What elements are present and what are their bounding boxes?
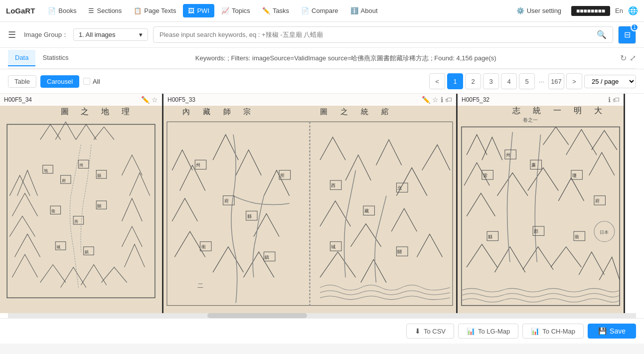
carousel-area: H00F5_34 ✏️ ☆ 理 地 之 圖 [0,94,644,318]
topics-icon: 📈 [221,7,229,14]
brand-logo: LoGaRT [6,6,35,15]
nav-tasks-label: Tasks [273,7,289,14]
svg-text:城: 城 [56,245,60,249]
svg-text:地: 地 [101,107,109,116]
filter-button[interactable]: ⊟ 1 [618,26,636,44]
to-csv-button[interactable]: ⬇ To CSV [406,324,454,339]
csv-icon: ⬇ [415,327,421,335]
content-header: Data Statistics Keywords: ; Filters: ima… [0,48,644,69]
compare-icon: 📄 [301,7,309,14]
svg-text:圖: 圖 [320,107,327,116]
info-icon-2[interactable]: ℹ [441,96,443,104]
to-lgmap-button[interactable]: 📊 To LG-Map [458,324,518,339]
edit-icon-2[interactable]: ✏️ [422,96,430,104]
svg-text:宗: 宗 [243,107,251,116]
about-icon: ℹ️ [350,7,358,14]
svg-text:衛: 衛 [201,244,206,249]
last-page-button[interactable]: 167 [548,73,564,89]
sidebar-toggle-icon[interactable]: ☰ [8,29,16,40]
nav-pwi[interactable]: 🖼 PWI [183,4,214,17]
svg-text:圖: 圖 [61,107,69,116]
footer: ⬇ To CSV 📊 To LG-Map 📊 To CH-Map 💾 Save [0,318,644,344]
image-actions-3: ℹ 🏷 [608,96,620,104]
checkbox-icon [83,78,90,85]
image-group-label: Image Group： [24,30,68,39]
tag-icon-2[interactable]: 🏷 [445,96,452,104]
svg-text:雷: 雷 [483,173,487,178]
carousel-view-button[interactable]: Carousel [40,75,79,88]
svg-text:鎮: 鎮 [85,250,89,254]
all-label: All [93,78,100,85]
svg-text:關: 關 [398,249,402,254]
select-all-checkbox[interactable]: All [83,78,100,85]
svg-text:統: 統 [533,106,541,115]
svg-text:州: 州 [506,153,510,158]
svg-text:關: 關 [97,204,101,208]
image-display-3: 大 明 一 統 志 卷之一 [458,94,624,313]
next-page-button[interactable]: > [566,73,582,89]
svg-text:理: 理 [122,107,130,116]
search-icon[interactable]: 🔍 [597,30,607,39]
nav-books[interactable]: 📄 Books [43,4,81,17]
nav-about[interactable]: ℹ️ About [345,4,383,17]
chmap-icon: 📊 [531,327,539,335]
page-size-select[interactable]: 25 / page 50 / page 100 / page [584,75,636,88]
scroll-thumb[interactable] [207,313,307,318]
svg-text:綰: 綰 [381,107,389,116]
tasks-icon: ✏️ [262,7,270,14]
sections-icon: ☰ [88,7,94,14]
page-4-button[interactable]: 4 [501,73,517,89]
tab-statistics[interactable]: Statistics [35,50,75,66]
refresh-icon[interactable]: ↻ [620,53,627,63]
tab-data[interactable]: Data [8,50,35,66]
svg-text:衛: 衛 [51,209,55,213]
tag-icon-3[interactable]: 🏷 [613,96,620,104]
svg-text:西: 西 [331,183,335,188]
svg-rect-0 [0,94,162,313]
svg-text:府: 府 [595,198,600,203]
nav-sections-label: Sections [97,7,122,14]
nav-page-texts[interactable]: 📋 Page Texts [129,4,181,17]
settings-icon: ⚙️ [516,7,524,14]
table-view-button[interactable]: Table [8,75,36,88]
nav-compare[interactable]: 📄 Compare [296,4,343,17]
nav-topics[interactable]: 📈 Topics [216,4,255,17]
info-icon-3[interactable]: ℹ [608,96,611,104]
save-icon: 💾 [598,327,607,335]
nav-page-texts-label: Page Texts [144,7,176,14]
svg-text:藏: 藏 [203,107,210,116]
svg-text:師: 師 [223,107,231,116]
edit-icon-1[interactable]: ✏️ [141,96,150,104]
nav-sections[interactable]: ☰ Sections [83,4,127,17]
carousel-scrollbar[interactable] [8,313,636,318]
filter-icon: ⊟ [624,30,631,39]
dropdown-arrow-icon: ▾ [139,31,143,38]
user-box: ■■■■■■■■ [571,6,610,16]
search-input[interactable] [160,31,593,38]
nav-user-setting[interactable]: ⚙️ User setting [511,4,566,17]
image-id-3: H00F5_32 [462,96,489,103]
image-group-select[interactable]: 1. All images ▾ [73,28,148,41]
pagination-ellipsis: ··· [537,78,546,85]
nav-right: ⚙️ User setting ■■■■■■■■ En 🌐 [511,4,638,17]
star-icon-2[interactable]: ☆ [432,96,439,104]
to-chmap-button[interactable]: 📊 To CH-Map [522,324,584,339]
nav-tasks[interactable]: ✏️ Tasks [257,4,294,17]
page-3-button[interactable]: 3 [483,73,499,89]
nav-pwi-label: PWI [197,7,209,14]
prev-page-button[interactable]: < [429,73,445,89]
language-label: En [615,7,623,14]
page-1-button[interactable]: 1 [447,73,463,89]
svg-text:所: 所 [74,219,78,224]
page-5-button[interactable]: 5 [519,73,535,89]
user-setting-label: User setting [527,7,561,14]
expand-icon[interactable]: ⤢ [630,53,636,63]
star-icon-1[interactable]: ☆ [152,96,158,104]
image-id-2: H00F5_33 [167,96,195,103]
svg-text:志: 志 [512,106,520,115]
save-button[interactable]: 💾 Save [588,324,636,339]
svg-text:府: 府 [224,198,229,203]
image-card-1: H00F5_34 ✏️ ☆ 理 地 之 圖 [0,94,163,313]
page-2-button[interactable]: 2 [465,73,481,89]
svg-text:府: 府 [62,178,66,183]
